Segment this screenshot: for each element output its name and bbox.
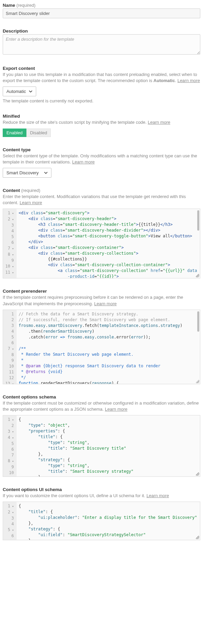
- name-required: (required): [17, 3, 36, 8]
- minified-disabled-button[interactable]: Disabled: [26, 129, 51, 137]
- editor-code[interactable]: { "title": { "ui:placeholder": "Enter a …: [17, 502, 200, 540]
- chevron-down-icon: [29, 90, 32, 93]
- resize-handle[interactable]: [196, 472, 199, 476]
- content-editor[interactable]: 1 2 3 4 5 6 7 8 9 10 11 12 13 14 15 <div…: [3, 209, 200, 278]
- editor-gutter: 1 2 3 4 5 6 7 8 9 10 11 12 13 14 15: [3, 209, 17, 278]
- contenttype-help: Select the content type of the template.…: [3, 153, 200, 165]
- minified-toggle: Enabled Disabled: [3, 129, 51, 137]
- editor-gutter: 1 2 3 4 5 6 7 8 9 10 11 12 13 14 15 16 1…: [3, 310, 17, 384]
- resize-handle[interactable]: [196, 380, 199, 383]
- export-note: The template content is currently not ex…: [3, 98, 200, 103]
- ui-schema-learn-more[interactable]: Learn more: [146, 493, 169, 498]
- minified-learn-more[interactable]: Learn more: [148, 120, 170, 125]
- export-value: Automatic: [6, 89, 26, 94]
- chevron-down-icon: [44, 171, 48, 175]
- options-schema-help: If the template content must be customiz…: [3, 400, 200, 412]
- name-label: Name: [3, 3, 15, 8]
- resize-handle[interactable]: [196, 274, 199, 277]
- ui-schema-label: Content options UI schema: [3, 487, 200, 492]
- ui-schema-editor[interactable]: 1 2 3 4 5 6 7 8 { "title": { "ui:placeho…: [3, 502, 200, 540]
- name-input[interactable]: [3, 8, 200, 18]
- resize-handle[interactable]: [196, 536, 199, 539]
- content-learn-more[interactable]: Learn more: [20, 200, 42, 205]
- options-schema-learn-more[interactable]: Learn more: [105, 407, 127, 412]
- ui-schema-help: If you want to customize the content opt…: [3, 493, 200, 499]
- prerenderer-editor[interactable]: 1 2 3 4 5 6 7 8 9 10 11 12 13 14 15 16 1…: [3, 310, 200, 384]
- minified-help: Reduce the size of the site's custom scr…: [3, 119, 200, 125]
- contenttype-label: Content type: [3, 147, 200, 152]
- prerenderer-label: Content prerenderer: [3, 289, 200, 294]
- prerenderer-learn-more[interactable]: Learn more: [94, 301, 116, 306]
- content-label: Content: [3, 188, 20, 193]
- export-learn-more[interactable]: Learn more: [177, 78, 200, 83]
- content-help: Enter the template content. Modification…: [3, 194, 200, 206]
- minified-label: Minified: [3, 114, 200, 119]
- export-dropdown[interactable]: Automatic: [3, 86, 36, 96]
- contenttype-value: Smart Discovery: [6, 170, 39, 175]
- editor-code[interactable]: // Fetch the data for a Smart Discovery …: [17, 310, 200, 384]
- options-schema-editor[interactable]: 1 2 3 4 5 6 7 8 9 10 11 12 13 14 15 16 1…: [3, 415, 200, 477]
- scrollbar[interactable]: [197, 210, 199, 231]
- export-help: If you plan to use this template in a mo…: [3, 72, 200, 84]
- editor-code[interactable]: { "type": "object", "properties": { "tit…: [17, 415, 200, 476]
- editor-gutter: 1 2 3 4 5 6 7 8 9 10 11 12 13 14 15 16 1…: [3, 415, 17, 476]
- prerenderer-help: If the template content requires preproc…: [3, 294, 200, 307]
- minified-enabled-button[interactable]: Enabled: [3, 129, 26, 137]
- content-required: (required): [21, 188, 40, 193]
- export-label: Export content: [3, 66, 200, 71]
- options-schema-label: Content options schema: [3, 394, 200, 399]
- contenttype-learn-more[interactable]: Learn more: [72, 159, 94, 164]
- description-label: Description: [3, 28, 200, 34]
- scrollbar[interactable]: [197, 311, 199, 332]
- description-input[interactable]: [3, 34, 200, 55]
- editor-gutter: 1 2 3 4 5 6 7 8: [3, 502, 17, 540]
- contenttype-dropdown[interactable]: Smart Discovery: [3, 168, 51, 178]
- editor-code[interactable]: <div class="smart-discovery"> <div class…: [17, 209, 200, 278]
